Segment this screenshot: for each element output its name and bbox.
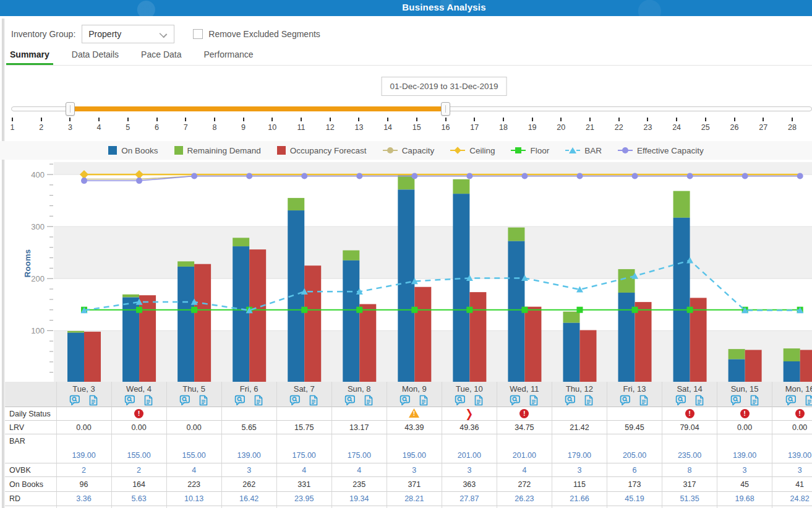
slider-tick [214, 118, 215, 121]
slider-tick [387, 118, 388, 121]
table-cell: 0.00 [167, 421, 222, 434]
row-label: On Books [5, 477, 57, 492]
svg-text:!: ! [413, 410, 415, 417]
inventory-group-dropdown[interactable]: Property [82, 25, 174, 43]
zoom-icon[interactable] [565, 395, 576, 407]
tab-performance[interactable]: Performance [200, 48, 257, 64]
remove-excluded-label: Remove Excluded Segments [208, 29, 320, 39]
slider-tick-label: 28 [783, 123, 801, 132]
document-icon[interactable] [308, 395, 318, 407]
slider-tick [618, 118, 620, 121]
row-label: OVBK [5, 463, 57, 477]
legend-item-effective-capacity[interactable]: Effective Capacity [618, 146, 704, 155]
zoom-icon[interactable] [455, 395, 466, 407]
date-range-box[interactable]: 01-Dec-2019 to 31-Dec-2019 [382, 77, 507, 96]
bar-occupancy-forecast [579, 330, 596, 383]
marker-effective-capacity [466, 173, 472, 179]
legend-item-floor[interactable]: Floor [511, 146, 549, 155]
slider-handle-left[interactable] [66, 102, 75, 116]
slider-tick-label: 11 [292, 123, 310, 132]
document-icon[interactable] [528, 395, 539, 407]
legend-label: Effective Capacity [637, 146, 704, 155]
status-cell [57, 407, 112, 421]
remove-excluded-wrap: Remove Excluded Segments [193, 29, 320, 39]
bar-occupancy-forecast [469, 292, 486, 382]
slider-tick-label: 12 [321, 123, 340, 132]
zoom-icon[interactable] [234, 395, 246, 407]
tab-bar: SummaryData DetailsPace DataPerformance [6, 48, 812, 66]
table-cell: 175.00 [332, 434, 387, 463]
tab-summary[interactable]: Summary [6, 48, 53, 64]
document-icon[interactable] [418, 395, 429, 407]
zoom-icon[interactable] [69, 395, 80, 407]
legend-marker-shape [622, 147, 628, 153]
document-icon[interactable] [694, 395, 704, 407]
table-cell: 371 [387, 477, 442, 492]
zoom-icon[interactable] [510, 395, 521, 407]
day-header-icons [455, 395, 484, 407]
legend-marker [511, 146, 526, 155]
status-cell [332, 407, 387, 421]
table-cell: 201.00 [442, 434, 497, 463]
zoom-icon[interactable] [675, 395, 686, 407]
y-tick-label: 300 [31, 222, 45, 231]
zoom-icon[interactable] [620, 395, 631, 407]
slider-tick [445, 118, 447, 121]
document-icon[interactable] [143, 395, 153, 407]
bar-on-books [233, 246, 249, 382]
table-cell: 45.19 [607, 492, 662, 506]
day-header-icons [344, 395, 374, 407]
legend-item-capacity[interactable]: Capacity [383, 146, 435, 155]
slider-handle-right[interactable] [441, 102, 450, 116]
document-icon[interactable] [749, 395, 759, 407]
document-icon[interactable] [583, 395, 594, 407]
table-cell: 317 [662, 477, 717, 492]
slider-tick-label: 20 [552, 123, 570, 132]
tab-pace-data[interactable]: Pace Data [137, 48, 185, 64]
day-label: Sat, 14 [677, 384, 702, 394]
table-cell: 272 [497, 477, 552, 492]
table-cell: 0.00 [57, 421, 112, 434]
document-icon[interactable] [253, 395, 263, 407]
document-icon[interactable] [473, 395, 484, 407]
status-cell: ! [387, 407, 442, 421]
marker-floor [356, 307, 362, 313]
table-cell: 139.00 [717, 434, 772, 463]
marker-floor [632, 307, 638, 313]
tab-data-details[interactable]: Data Details [68, 48, 122, 64]
document-icon[interactable] [363, 395, 374, 407]
legend-item-occupancy-forecast[interactable]: Occupancy Forecast [277, 146, 367, 155]
remove-excluded-checkbox[interactable] [193, 29, 203, 39]
legend-item-bar[interactable]: BAR [565, 146, 602, 155]
zoom-icon[interactable] [179, 395, 190, 407]
bar-occupancy-forecast [194, 264, 211, 383]
marker-effective-capacity [742, 173, 748, 179]
zoom-icon[interactable] [289, 395, 301, 407]
day-column-header: Tue, 10 [442, 382, 497, 407]
legend-item-ceiling[interactable]: Ceiling [450, 146, 495, 155]
zoom-icon[interactable] [124, 395, 135, 407]
day-label: Wed, 4 [126, 384, 152, 394]
slider-tick-label: 17 [465, 123, 484, 132]
controls-row: Inventory Group: Property Remove Exclude… [6, 24, 320, 45]
status-cell [552, 407, 607, 421]
legend-marker [618, 146, 633, 155]
legend-swatch [174, 146, 183, 155]
slider-tick [98, 118, 100, 121]
legend-item-remaining-demand[interactable]: Remaining Demand [174, 146, 261, 155]
table-cell: 3 [717, 463, 772, 477]
zoom-icon[interactable] [730, 395, 741, 407]
document-icon[interactable] [88, 395, 98, 407]
legend-item-on-books[interactable]: On Books [108, 146, 158, 155]
document-icon[interactable] [638, 395, 649, 407]
table-cell: 363 [442, 477, 497, 492]
table-cell: 175.00 [277, 434, 332, 463]
zoom-icon[interactable] [344, 395, 356, 407]
document-icon[interactable] [198, 395, 208, 407]
zoom-icon[interactable] [785, 395, 797, 407]
zoom-icon[interactable] [400, 395, 411, 407]
y-tick-label: 200 [31, 274, 45, 283]
document-icon[interactable] [804, 395, 812, 407]
day-header-icons [124, 395, 153, 407]
table-cell: 235.00 [662, 434, 717, 463]
